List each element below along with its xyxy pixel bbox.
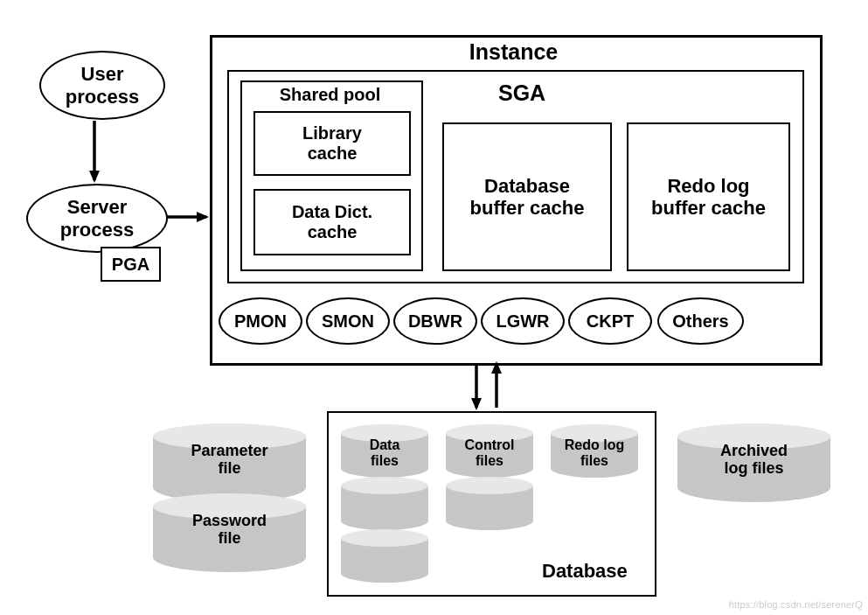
archived-log-files-label: Archived log files <box>677 443 830 478</box>
db-buffer-cache-label: Database buffer cache <box>470 175 585 220</box>
data-dict-cache-label: Data Dict. cache <box>292 202 372 242</box>
redo-log-files-cylinder: Redo log files <box>551 427 638 478</box>
archived-log-files-cylinder: Archived log files <box>677 427 830 495</box>
pga-box: PGA <box>101 247 161 282</box>
watermark: https://blog.csdn.net/serenerQ <box>729 599 863 610</box>
lgwr-process: LGWR <box>481 297 565 345</box>
redo-log-files-label: Redo log files <box>551 437 638 468</box>
pga-label: PGA <box>112 255 149 275</box>
database-title: Database <box>542 560 628 582</box>
server-process: Server process <box>26 184 168 253</box>
lgwr-label: LGWR <box>496 311 549 332</box>
others-label: Others <box>672 311 728 332</box>
parameter-file-cylinder: Parameter file <box>153 427 306 495</box>
shared-pool-title: Shared pool <box>240 85 420 105</box>
library-cache-box: Library cache <box>253 111 411 176</box>
dbwr-label: DBWR <box>408 311 462 332</box>
dbwr-process: DBWR <box>393 297 477 345</box>
user-process: User process <box>39 51 165 120</box>
password-file-label: Password file <box>153 513 306 548</box>
control-files-label: Control files <box>446 437 533 468</box>
pmon-process: PMON <box>219 297 302 345</box>
db-buffer-cache-box: Database buffer cache <box>442 122 612 271</box>
data-files-label: Data files <box>341 437 428 468</box>
redo-log-buffer-cache-label: Redo log buffer cache <box>651 175 766 220</box>
others-process: Others <box>657 297 744 345</box>
control-files-cylinder-1: Control files <box>446 427 533 478</box>
data-files-cylinder-3 <box>341 532 428 583</box>
smon-process: SMON <box>306 297 390 345</box>
control-files-cylinder-2 <box>446 479 533 530</box>
ckpt-label: CKPT <box>587 311 634 332</box>
data-files-cylinder-1: Data files <box>341 427 428 478</box>
pmon-label: PMON <box>234 311 287 332</box>
data-files-cylinder-2 <box>341 479 428 530</box>
password-file-cylinder: Password file <box>153 497 306 565</box>
ckpt-process: CKPT <box>568 297 652 345</box>
user-process-label: User process <box>66 63 139 108</box>
library-cache-label: Library cache <box>302 123 362 164</box>
parameter-file-label: Parameter file <box>153 443 306 478</box>
instance-title: Instance <box>210 39 817 65</box>
data-dict-cache-box: Data Dict. cache <box>253 189 411 255</box>
server-process-label: Server process <box>60 196 134 241</box>
redo-log-buffer-cache-box: Redo log buffer cache <box>627 122 790 271</box>
smon-label: SMON <box>322 311 374 332</box>
sga-title: SGA <box>498 80 545 106</box>
